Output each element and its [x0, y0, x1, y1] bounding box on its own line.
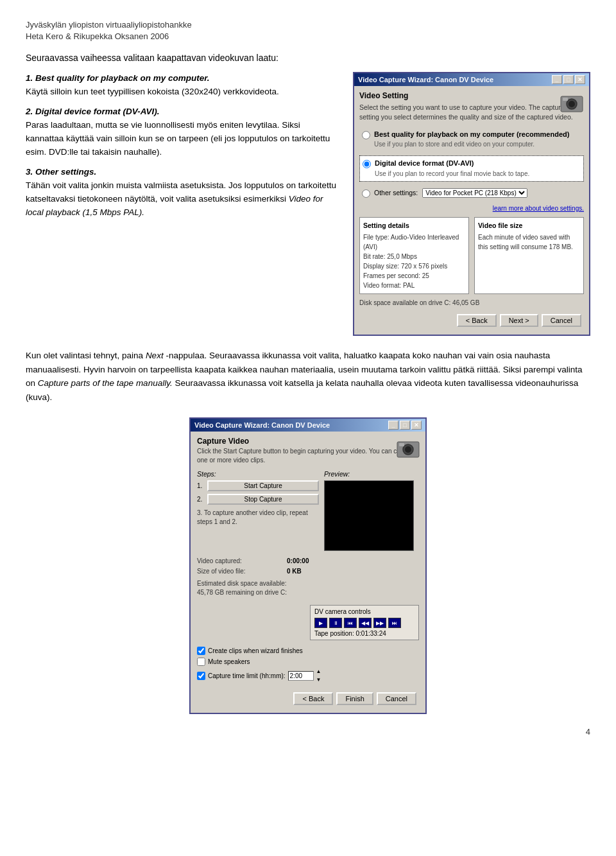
- close-button[interactable]: ✕: [575, 75, 585, 84]
- other-settings-select[interactable]: Video for Pocket PC (218 Kbps): [422, 188, 527, 198]
- details-content: File type: Audio-Video Interleaved (AVI)…: [363, 232, 465, 290]
- step2-row: 2. Stop Capture: [197, 494, 319, 505]
- finish-button[interactable]: Finish: [336, 692, 373, 705]
- steps-label: Steps:: [197, 470, 319, 478]
- dialog-titlebar-1: Video Capture Wizard: Canon DV Device _ …: [354, 73, 589, 86]
- cancel-button-2[interactable]: Cancel: [377, 692, 416, 705]
- dv-play-button[interactable]: ▶: [314, 618, 327, 628]
- setting-details-box: Setting details File type: Audio-Video I…: [359, 217, 469, 295]
- start-capture-button[interactable]: Start Capture: [207, 480, 319, 491]
- capture-steps: Steps: 1. Start Capture 2. Stop Capture …: [197, 470, 319, 551]
- step3-text: 3. To capture another video clip, repeat…: [197, 509, 319, 527]
- filesize-box: Video file size Each minute of video sav…: [474, 217, 584, 295]
- item2-desc: Paras laadultaan, mutta se vie luonnolli…: [26, 120, 330, 157]
- dv-pause-button[interactable]: ⏸: [329, 618, 342, 628]
- option3-radio[interactable]: [362, 189, 370, 198]
- stat1-label: Video captured:: [197, 556, 287, 566]
- dialog-body-1: Video Setting Select the setting you wan…: [354, 86, 589, 335]
- item3-desc: Tähän voit valita jonkin muista valmiist…: [26, 180, 336, 217]
- preview-label: Preview:: [324, 470, 419, 478]
- check2-label: Mute speakers: [208, 656, 250, 667]
- step1-num: 1.: [197, 482, 207, 489]
- item3-text: 3. Other settings. Tähän voit valita jon…: [26, 166, 340, 220]
- close-button-2[interactable]: ✕: [411, 421, 422, 430]
- section-title-1: Video Setting: [359, 91, 584, 100]
- dv-buttons: ▶ ⏸ ⏮ ◀◀ ▶▶ ⏭: [314, 618, 415, 628]
- svg-rect-3: [563, 98, 568, 101]
- filesize-content: Each minute of video saved with this set…: [478, 232, 580, 252]
- header-line2: Heta Kero & Rikupekka Oksanen 2006: [26, 31, 169, 41]
- dialog-buttons-2: < Back Finish Cancel: [197, 690, 419, 708]
- dv-fast-forward-button[interactable]: ▶▶: [373, 618, 386, 628]
- dv-forward-end-button[interactable]: ⏭: [388, 618, 401, 628]
- disk-space-text: Disk space available on drive C: 46,05 G…: [359, 299, 584, 306]
- camera-icon-2: [396, 435, 420, 460]
- option2-radio[interactable]: [363, 160, 371, 168]
- bottom-controls-row: DV camera controls ▶ ⏸ ⏮ ◀◀ ▶▶ ⏭ Tape po…: [197, 601, 419, 640]
- dialog-titlebar-2: Video Capture Wizard: Canon DV Device _ …: [191, 419, 425, 432]
- bottom-text: Kun olet valintasi tehnyt, paina Next -n…: [26, 349, 590, 404]
- option1-label: Best quality for playback on my computer…: [374, 130, 569, 149]
- header: Jyväskylän yliopiston virtuaaliyliopisto…: [26, 19, 590, 42]
- svg-point-2: [569, 101, 575, 107]
- titlebar-buttons: _ □ ✕: [552, 75, 585, 84]
- item2-label: 2. Digital device format (DV-AVI).: [26, 107, 160, 116]
- dialog-body-wrapper: Video Setting Select the setting you wan…: [354, 86, 589, 335]
- details-row: Setting details File type: Audio-Video I…: [359, 217, 584, 295]
- settings-link[interactable]: learn more about video settings.: [493, 205, 584, 212]
- dv-controls-title: DV camera controls: [314, 608, 415, 615]
- mute-speakers-checkbox[interactable]: [197, 658, 205, 666]
- disk-est-value: 45,78 GB remaining on drive C:: [197, 589, 287, 596]
- option1-radio[interactable]: [362, 131, 370, 139]
- check3-label: Capture time limit (hh:mm):: [208, 670, 286, 681]
- capture-content: Steps: 1. Start Capture 2. Stop Capture …: [197, 470, 419, 551]
- option2-label: Digital device format (DV-AVI) Use if yo…: [375, 159, 529, 178]
- option1-row: Best quality for playback on my computer…: [359, 127, 584, 152]
- left-text: 1. Best quality for playback on my compu…: [26, 72, 340, 336]
- dv-controls: DV camera controls ▶ ⏸ ⏮ ◀◀ ▶▶ ⏭ Tape po…: [310, 605, 419, 640]
- svg-point-6: [405, 446, 411, 453]
- tape-pos-value: 0:01:33:24: [356, 630, 386, 637]
- content-area: 1. Best quality for playback on my compu…: [26, 72, 590, 336]
- create-clips-checkbox[interactable]: [197, 647, 205, 655]
- back-button-1[interactable]: < Back: [457, 314, 497, 327]
- check1-label: Create clips when wizard finishes: [208, 645, 303, 656]
- wizard-dialog-2: Video Capture Wizard: Canon DV Device _ …: [189, 417, 427, 714]
- option3-label: Other settings: Video for Pocket PC (218…: [374, 188, 527, 198]
- back-button-2[interactable]: < Back: [293, 692, 333, 705]
- capture-time-checkbox[interactable]: [197, 672, 205, 680]
- page-number: 4: [26, 727, 590, 737]
- tape-pos-label: Tape position:: [314, 630, 354, 637]
- section-desc-1: Select the setting you want to use to ca…: [359, 103, 584, 121]
- option3-row: Other settings: Video for Pocket PC (218…: [359, 186, 584, 200]
- minimize-button-2[interactable]: _: [388, 421, 398, 430]
- minimize-button[interactable]: _: [552, 75, 562, 84]
- check3-row: Capture time limit (hh:mm): ▲▼: [197, 667, 419, 685]
- check2-row: Mute speakers: [197, 656, 419, 667]
- next-button-1[interactable]: Next >: [500, 314, 538, 327]
- dialog-title-1: Video Capture Wizard: Canon DV Device: [358, 76, 493, 83]
- stat1-value: 0:00:00: [287, 556, 309, 566]
- capture-time-input[interactable]: [288, 671, 314, 681]
- stat1-row: Video captured: 0:00:00: [197, 556, 419, 566]
- capture-stats: Video captured: 0:00:00 Size of video fi…: [197, 556, 419, 577]
- cancel-button-1[interactable]: Cancel: [542, 314, 581, 327]
- stat2-value: 0 KB: [287, 566, 302, 577]
- capture-desc: Click the Start Capture button to begin …: [197, 447, 419, 465]
- dialog-title-2: Video Capture Wizard: Canon DV Device: [194, 421, 330, 429]
- stat2-label: Size of video file:: [197, 566, 287, 577]
- check1-row: Create clips when wizard finishes: [197, 645, 419, 656]
- wizard-dialog-1: Video Capture Wizard: Canon DV Device _ …: [353, 72, 590, 336]
- step2-num: 2.: [197, 496, 207, 503]
- item1-text: 1. Best quality for playback on my compu…: [26, 72, 340, 99]
- maximize-button[interactable]: □: [563, 75, 574, 84]
- stop-capture-button[interactable]: Stop Capture: [207, 494, 319, 505]
- maximize-button-2[interactable]: □: [400, 421, 410, 430]
- spinner-up[interactable]: ▲▼: [316, 667, 321, 685]
- dv-rewind-button[interactable]: ◀◀: [359, 618, 372, 628]
- header-line1: Jyväskylän yliopiston virtuaaliyliopisto…: [26, 20, 192, 30]
- dv-rewind-start-button[interactable]: ⏮: [344, 618, 357, 628]
- capture-section-title: Capture Video: [197, 437, 419, 446]
- item1-label: 1. Best quality for playback on my compu…: [26, 73, 279, 96]
- camera-icon: [560, 90, 584, 114]
